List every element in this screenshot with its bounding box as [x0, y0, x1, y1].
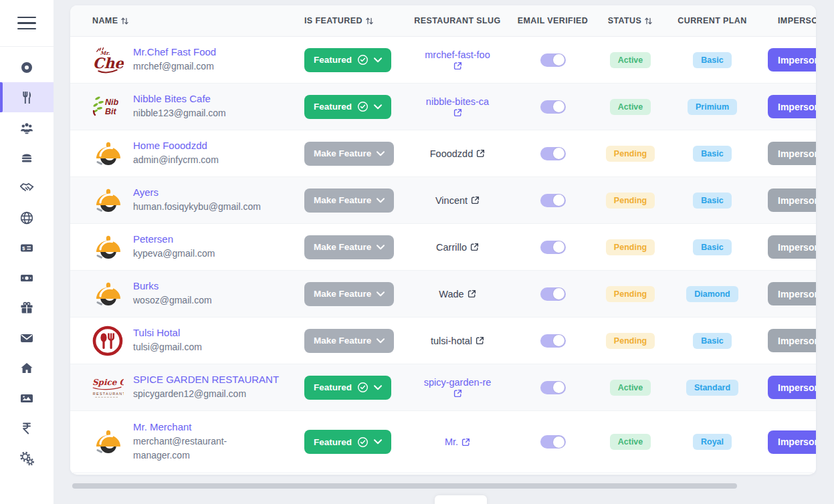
restaurant-name-link[interactable]: Tulsi Hotal [133, 327, 202, 338]
sidebar-item-partners[interactable] [0, 172, 54, 203]
featured-dropdown-button[interactable]: Make Feature [304, 235, 394, 259]
slug-text: mrchef-fast-foo [425, 49, 490, 60]
sidebar-item-banners[interactable] [0, 383, 54, 413]
email-verified-toggle[interactable] [540, 435, 566, 449]
sidebar-item-website[interactable] [0, 203, 54, 233]
impersonate-cell: Imperson [756, 142, 816, 165]
email-verified-toggle[interactable] [540, 194, 566, 207]
restaurant-logo [92, 184, 124, 217]
featured-dropdown-button[interactable]: Featured [304, 376, 391, 400]
current-plan-badge: Basic [693, 193, 731, 209]
check-circle-icon [357, 382, 369, 393]
table-body: Mr. Che Mr.Chef Fast Food mrchef@gmail.c… [70, 37, 816, 473]
restaurant-name-link[interactable]: Ayers [133, 186, 261, 198]
restaurant-name-link[interactable]: Home Fooodzdd [133, 140, 219, 151]
email-verified-toggle[interactable] [540, 241, 566, 254]
restaurant-slug-link[interactable]: tulsi-hotal [431, 336, 484, 346]
featured-cell: Featured [298, 95, 401, 119]
impersonate-button[interactable]: Imperson [768, 235, 816, 259]
featured-dropdown-button[interactable]: Make Feature [304, 142, 394, 166]
email-verified-toggle[interactable] [540, 381, 566, 394]
column-header-name[interactable]: NAME [70, 16, 298, 25]
check-circle-icon [357, 101, 369, 112]
impersonate-button[interactable]: Imperson [768, 95, 816, 118]
pagination[interactable] [435, 495, 487, 504]
restaurant-slug-link[interactable]: spicy-garden-re [424, 377, 492, 398]
email-verified-toggle[interactable] [540, 334, 566, 348]
featured-dropdown-button[interactable]: Featured [304, 430, 391, 454]
restaurant-email: spicygarden12@gmail.com [133, 387, 277, 401]
featured-dropdown-button[interactable]: Make Feature [304, 329, 394, 353]
table-row: Nib Bit Nibble Bites Cafe nibble123@gmai… [70, 84, 816, 130]
featured-label: Make Feature [314, 242, 371, 252]
email-verified-toggle[interactable] [540, 53, 566, 67]
restaurant-slug-link[interactable]: Fooodzdd [430, 148, 486, 159]
impersonate-button[interactable]: Imperson [768, 48, 816, 72]
sidebar-item-payments[interactable] [0, 263, 54, 293]
restaurant-slug-link[interactable]: Vincent [435, 195, 480, 206]
sidebar-item-food[interactable] [0, 142, 54, 172]
horizontal-scrollbar[interactable] [72, 483, 737, 489]
email-verified-toggle[interactable] [540, 287, 566, 301]
status-badge: Pending [606, 333, 655, 349]
impersonate-button[interactable]: Imperson [768, 282, 816, 305]
restaurant-name-link[interactable]: Nibble Bites Cafe [133, 93, 226, 104]
sidebar-item-customers[interactable] [0, 112, 54, 142]
restaurant-slug-link[interactable]: Carrillo [436, 242, 479, 253]
sort-icon[interactable] [644, 17, 653, 25]
status-badge: Active [610, 380, 651, 396]
sidebar-item-dashboard[interactable] [0, 52, 54, 82]
impersonate-button[interactable]: Imperson [768, 430, 816, 454]
svg-text:Bit: Bit [105, 107, 117, 116]
external-link-icon [453, 108, 462, 117]
email-verified-toggle[interactable] [540, 147, 566, 160]
impersonate-button[interactable]: Imperson [768, 376, 816, 399]
sidebar-item-subscription[interactable]: $ [0, 233, 54, 263]
featured-cell: Featured [298, 376, 401, 400]
sidebar-item-landing-page[interactable] [0, 353, 54, 383]
impersonate-button[interactable]: Imperson [768, 329, 816, 352]
sidebar-item-restaurants[interactable] [0, 82, 54, 112]
slug-text: Mr. [445, 436, 458, 447]
external-link-icon [467, 289, 476, 298]
slug-cell: Carrillo [401, 242, 514, 253]
restaurant-name-link[interactable]: Mr. Merchant [133, 421, 277, 432]
external-link-icon [470, 243, 479, 251]
menu-toggle-button[interactable] [17, 17, 36, 30]
main-content: NAME IS FEATURED RESTAURANT SLUG EMAIL V… [54, 0, 834, 504]
sidebar-item-currency[interactable] [0, 413, 54, 443]
restaurant-slug-link[interactable]: mrchef-fast-foo [425, 49, 490, 70]
featured-dropdown-button[interactable]: Featured [304, 48, 391, 72]
sidebar-item-settings[interactable] [0, 443, 54, 473]
restaurant-logo [92, 138, 124, 170]
status-badge: Active [610, 434, 651, 450]
featured-label: Make Feature [314, 195, 371, 205]
sidebar-item-offers[interactable] [0, 293, 54, 323]
email-verified-cell [514, 147, 592, 160]
slug-text: Fooodzdd [430, 148, 474, 159]
sort-icon[interactable] [365, 17, 374, 25]
featured-dropdown-button[interactable]: Make Feature [304, 188, 394, 213]
restaurant-email: admin@infycrm.com [133, 153, 219, 167]
restaurant-name-link[interactable]: Petersen [133, 233, 215, 245]
sort-icon[interactable] [120, 17, 129, 25]
restaurant-name-link[interactable]: Burks [133, 280, 212, 291]
column-header-is-featured[interactable]: IS FEATURED [298, 16, 401, 25]
restaurant-slug-link[interactable]: Wade [439, 289, 476, 299]
restaurant-slug-link[interactable]: Mr. [445, 436, 470, 447]
impersonate-button[interactable]: Imperson [768, 188, 816, 212]
slug-text: nibble-bites-ca [426, 96, 489, 107]
name-cell: Mr. Merchant merchant@restaurant-manager… [70, 421, 298, 463]
restaurants-table-card: NAME IS FEATURED RESTAURANT SLUG EMAIL V… [70, 5, 816, 475]
email-verified-toggle[interactable] [540, 100, 566, 114]
restaurant-name-link[interactable]: Mr.Chef Fast Food [133, 46, 216, 57]
restaurant-slug-link[interactable]: nibble-bites-ca [426, 96, 489, 117]
name-cell: Home Fooodzdd admin@infycrm.com [70, 138, 298, 170]
featured-dropdown-button[interactable]: Make Feature [304, 282, 394, 306]
impersonate-button[interactable]: Imperson [768, 142, 816, 165]
email-verified-cell [514, 241, 592, 254]
sidebar-item-messages[interactable] [0, 323, 54, 353]
restaurant-name-link[interactable]: SPICE GARDEN RESTAURANT [133, 374, 277, 385]
featured-dropdown-button[interactable]: Featured [304, 95, 391, 119]
column-header-status[interactable]: STATUS [592, 16, 669, 25]
